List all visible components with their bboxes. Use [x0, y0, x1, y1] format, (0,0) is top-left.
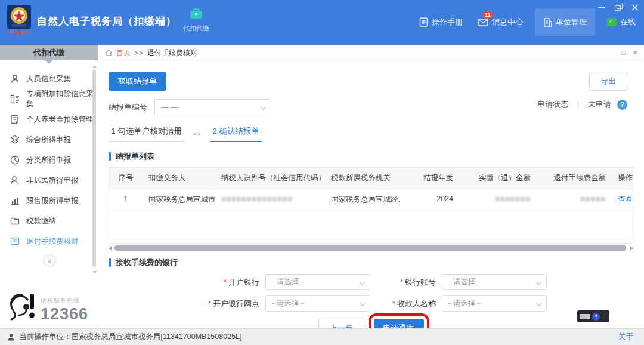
ime-help-icon[interactable]: ? — [592, 313, 600, 321]
help-icon[interactable]: ? — [617, 100, 627, 110]
keyboard-icon — [580, 314, 590, 319]
user-icon — [7, 333, 15, 341]
scrollbar-thumb[interactable] — [92, 70, 96, 267]
bar-chart-icon — [10, 196, 20, 205]
home-icon — [105, 49, 113, 57]
bank-account-select[interactable]: - 请选择 - — [442, 274, 547, 290]
report-list-section-title: 结报单列表 — [109, 151, 633, 162]
top-header: 中国税务 自然人电子税务局（扣缴端） 代扣代缴 操作手册 — [0, 0, 644, 45]
sidebar-item-restricted-shares[interactable]: 限售股所得申报 — [0, 190, 98, 211]
sidebar-collapse-button[interactable]: « — [43, 254, 56, 267]
sidebar-item-label: 个人养老金扣除管理 — [26, 115, 94, 125]
col-year: 结报年度 — [400, 168, 459, 189]
cell-seq: 1 — [109, 189, 143, 210]
pie-chart-icon — [10, 155, 20, 165]
sidebar-item-label: 限售股所得申报 — [26, 196, 79, 206]
nav-online[interactable]: 在线 — [607, 17, 636, 27]
bank-branch-select[interactable]: - 请选择 - — [265, 295, 370, 312]
payee-name-label: 收款人名称 — [397, 299, 436, 308]
table-horizontal-scrollbar[interactable] — [109, 245, 633, 251]
window-controls — [597, 4, 639, 11]
sidebar-item-comprehensive-income[interactable]: 综合所得申报 — [0, 130, 98, 150]
sidebar: 代扣代缴 人员信息采集 专项附加扣除信息采集 个人养老金扣除管理 综合所得申报 … — [0, 45, 98, 328]
scroll-left-icon[interactable] — [109, 246, 112, 251]
sidebar-item-personnel-info[interactable]: 人员信息采集 — [0, 69, 98, 89]
panel-maximize-icon[interactable]: □ — [621, 49, 626, 57]
table-row: 1 国家税务总局宣城市... ●●●●●●●●●●●●●● 国家税务总局宣城经.… — [109, 189, 633, 211]
section-marker — [109, 258, 111, 267]
status-label: 申请状态 — [537, 99, 568, 110]
step-2-tab[interactable]: 2 确认结报单 — [210, 126, 262, 142]
close-icon[interactable] — [631, 4, 639, 11]
sidebar-item-special-deduction[interactable]: 专项附加扣除信息采集 — [0, 89, 98, 109]
required-mark: * — [392, 299, 395, 308]
restore-icon[interactable] — [614, 4, 623, 11]
folder-icon — [10, 216, 20, 226]
cell-taxpayer-id-masked: ●●●●●●●●●●●●●● — [215, 189, 325, 210]
field-opening-bank: *开户银行 - 请选择 - — [195, 274, 370, 290]
hscrollbar-thumb[interactable] — [114, 245, 626, 251]
bank-section-title: 接收手续费的银行 — [109, 257, 633, 268]
section-title-text: 结报单列表 — [116, 151, 154, 162]
view-link[interactable]: 查看 — [618, 195, 633, 204]
app-window: 中国税务 自然人电子税务局（扣缴端） 代扣代缴 操作手册 — [0, 0, 644, 345]
current-unit-text: 当前操作单位：国家税务总局宣城市税务局[11341700MB1508025L] — [19, 332, 242, 342]
payee-name-select[interactable]: - 请选择 - — [442, 295, 547, 312]
sidebar-item-refund-fee-check[interactable]: 退付手续费核对 — [0, 231, 98, 251]
report-number-value: — — — [161, 103, 178, 112]
report-table: 序号 扣缴义务人 纳税人识别号（社会信用代码） 税款所属税务机关 结报年度 实缴… — [109, 167, 633, 244]
sidebar-item-label: 分类所得申报 — [26, 155, 71, 165]
nav-manual[interactable]: 操作手册 — [419, 17, 463, 27]
person-icon — [10, 74, 20, 84]
tax-emblem-icon — [6, 4, 32, 30]
main-content: 首页 >> 退付手续费核对 □ ✕ 获取结报单 导出 结报单编号 — — 申请状… — [99, 45, 644, 328]
chevron-down-icon — [536, 301, 541, 306]
tab-withholding-label: 代扣代缴 — [179, 24, 213, 33]
sidebar-item-tax-payment[interactable]: 税款缴纳 — [0, 211, 98, 231]
bank-form: *开户银行 - 请选择 - *银行账号 - 请选择 - — [109, 274, 633, 312]
sidebar-item-label: 人员信息采集 — [26, 74, 71, 84]
table-empty-area — [109, 211, 633, 243]
status-divider: ｜ — [574, 99, 582, 110]
nav-messages-label: 消息中心 — [492, 17, 523, 27]
col-action: 操作 — [612, 168, 633, 189]
nav-org-label: 单位管理 — [556, 17, 587, 27]
input-method-widget[interactable]: ? ⋮ — [577, 310, 609, 322]
breadcrumb-home-link[interactable]: 首页 — [116, 48, 131, 58]
ime-menu-icon[interactable]: ⋮ — [602, 314, 606, 319]
report-number-label: 结报单编号 — [109, 102, 147, 113]
header-nav: 操作手册 11 消息中心 单位管理 在线 — [419, 17, 636, 27]
logo-caption: 中国税务 — [4, 30, 35, 36]
minimize-icon[interactable] — [597, 4, 606, 11]
export-button[interactable]: 导出 — [589, 72, 627, 91]
message-count-badge: 11 — [483, 11, 493, 19]
sidebar-item-classified-income[interactable]: 分类所得申报 — [0, 150, 98, 170]
hotline-block: 纳税服务热线 12366 — [6, 291, 88, 324]
about-link[interactable]: 关于 — [618, 332, 633, 342]
scroll-up-icon[interactable] — [92, 65, 97, 68]
opening-bank-label: 开户银行 — [228, 278, 259, 287]
col-paid-amount: 实缴（退）金额 — [459, 168, 537, 189]
step-1-tab[interactable]: 1 勾选单户核对清册 — [109, 126, 184, 142]
layers-icon — [10, 135, 20, 144]
sidebar-item-pension-deduction[interactable]: 个人养老金扣除管理 — [0, 109, 98, 130]
manual-doc-icon — [419, 17, 428, 27]
nav-org-management[interactable]: 单位管理 — [535, 8, 595, 36]
hotline-number: 12366 — [41, 305, 88, 324]
scroll-down-icon[interactable] — [92, 271, 97, 274]
breadcrumb: 首页 >> 退付手续费核对 □ ✕ — [99, 45, 644, 61]
sidebar-scrollbar[interactable] — [92, 65, 97, 274]
sidebar-item-nonresident-income[interactable]: 非居民所得申报 — [0, 170, 98, 190]
bank-branch-label: 开户银行网点 — [213, 299, 259, 308]
report-number-select[interactable]: — — — [154, 99, 271, 115]
bank-title-text: 接收手续费的银行 — [116, 257, 178, 268]
envelope-icon — [478, 19, 488, 26]
col-taxpayer-id: 纳税人识别号（社会信用代码） — [215, 168, 325, 189]
panel-close-icon[interactable]: ✕ — [633, 49, 638, 57]
cell-tax-authority: 国家税务总局宣城经... — [325, 189, 400, 210]
scroll-right-icon[interactable] — [630, 246, 633, 251]
tab-withholding[interactable]: 代扣代缴 — [179, 8, 213, 33]
opening-bank-select[interactable]: - 请选择 - — [265, 274, 370, 290]
nav-messages[interactable]: 11 消息中心 — [478, 17, 523, 27]
fetch-report-button[interactable]: 获取结报单 — [109, 72, 166, 91]
